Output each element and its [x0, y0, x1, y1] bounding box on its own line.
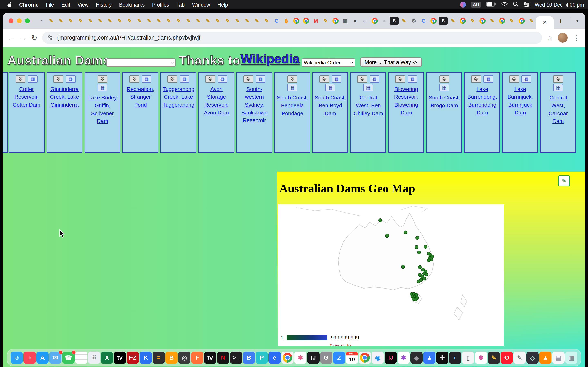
- tab-chrome-icon[interactable]: [429, 17, 438, 25]
- dam-link[interactable]: Avon Storage Reservoir, Avon Dam: [199, 85, 233, 117]
- dock-vlc-icon[interactable]: ▲: [539, 351, 552, 364]
- tab-pencil-icon[interactable]: ✎: [488, 17, 497, 25]
- video-thumbnail-icon[interactable]: ✇: [509, 75, 519, 83]
- close-tab-icon[interactable]: ✕: [543, 20, 547, 25]
- tab-clock-icon[interactable]: ◔: [37, 17, 46, 25]
- dock-apple-tv-icon[interactable]: tv: [204, 351, 216, 364]
- dock-messages-icon[interactable]: ☎: [62, 351, 75, 364]
- dock-firefox-icon[interactable]: F: [191, 351, 203, 364]
- menu-history[interactable]: History: [92, 2, 116, 8]
- tab-pencil-icon[interactable]: ✎: [135, 17, 144, 25]
- dock-netflix-icon[interactable]: N: [217, 351, 229, 364]
- dam-marker[interactable]: [415, 245, 418, 249]
- photo-thumbnail-icon[interactable]: ▦: [66, 75, 76, 83]
- dam-marker[interactable]: [417, 251, 421, 254]
- tab-wrench-icon[interactable]: ⚙: [410, 17, 418, 25]
- menu-bookmarks[interactable]: Bookmarks: [115, 2, 148, 8]
- browser-menu-icon[interactable]: ⋮: [572, 34, 580, 42]
- photo-thumbnail-icon[interactable]: ▦: [256, 75, 265, 83]
- dam-link[interactable]: Central West, Carcoar Dam: [541, 94, 575, 125]
- dock-fan-app-icon[interactable]: ✚: [436, 351, 448, 364]
- photo-thumbnail-icon[interactable]: ▦: [325, 84, 335, 91]
- tab-pencil-icon[interactable]: ✎: [174, 17, 183, 25]
- tab-chrome-icon[interactable]: [478, 17, 487, 25]
- photo-thumbnail-icon[interactable]: ▦: [332, 75, 341, 83]
- video-thumbnail-icon[interactable]: ✇: [319, 75, 329, 83]
- wifi-icon[interactable]: [501, 2, 508, 8]
- tab-pencil-icon[interactable]: ✎: [116, 17, 124, 25]
- tab-dotted-icon[interactable]: ◌: [361, 17, 369, 25]
- dock-tv-icon[interactable]: tv: [114, 351, 126, 364]
- photo-thumbnail-icon[interactable]: ▦: [180, 75, 190, 83]
- dock-pycharm-icon[interactable]: P: [256, 351, 268, 364]
- dam-link[interactable]: Recreation, Stranger Pond: [123, 85, 158, 109]
- tab-chrome-icon[interactable]: [292, 17, 301, 25]
- photo-thumbnail-icon[interactable]: ▦: [98, 84, 107, 91]
- menu-edit[interactable]: Edit: [58, 2, 74, 8]
- menu-clock[interactable]: Wed 10 Dec 4:00 pm: [535, 2, 584, 8]
- dam-marker[interactable]: [404, 231, 407, 234]
- dam-link[interactable]: Central West, Ben Chifley Dam: [351, 94, 385, 117]
- tab-pencil-icon[interactable]: ✎: [47, 17, 56, 25]
- tab-pencil-icon[interactable]: ✎: [96, 17, 104, 25]
- tab-pencil-icon[interactable]: ✎: [253, 17, 261, 25]
- tab-pencil-icon[interactable]: ✎: [508, 17, 516, 25]
- dam-marker[interactable]: [414, 298, 417, 301]
- dock-music-icon[interactable]: ♪: [24, 351, 36, 364]
- dam-link[interactable]: South-western Sydney, Bankstown Reservoi…: [237, 85, 272, 124]
- tab-pencil-icon[interactable]: ✎: [321, 17, 330, 25]
- photo-thumbnail-icon[interactable]: ▦: [521, 75, 531, 83]
- profile-avatar[interactable]: [558, 33, 568, 43]
- dock-documents-icon[interactable]: ▤: [552, 351, 564, 364]
- dock-filezilla-icon[interactable]: FZ: [127, 351, 139, 364]
- menu-chrome[interactable]: Chrome: [16, 2, 42, 8]
- tab-pencil-icon[interactable]: ✎: [155, 17, 163, 25]
- dam-link[interactable]: Lake Burrinjuck, Burrinjuck Dam: [503, 85, 537, 117]
- video-thumbnail-icon[interactable]: ✇: [357, 75, 367, 83]
- spotlight-search-icon[interactable]: [513, 1, 518, 8]
- tab-pencil-icon[interactable]: ✎: [67, 17, 75, 25]
- tab-pencil-icon[interactable]: ✎: [57, 17, 65, 25]
- tab-pencil-icon[interactable]: ✎: [194, 17, 203, 25]
- dam-marker[interactable]: [416, 236, 419, 239]
- video-thumbnail-icon[interactable]: ✇: [287, 75, 297, 83]
- photo-thumbnail-icon[interactable]: ▦: [484, 75, 493, 83]
- dock-blue-dev-icon[interactable]: ▲: [423, 351, 435, 364]
- photo-thumbnail-icon[interactable]: ▦: [287, 84, 297, 91]
- dock-safari-icon[interactable]: ◉: [372, 351, 384, 364]
- forward-button[interactable]: →: [20, 34, 26, 42]
- dock-books-icon[interactable]: B: [165, 351, 178, 364]
- notes-icon[interactable]: ✎: [558, 175, 570, 186]
- dock-chrome-beta-icon[interactable]: [359, 351, 371, 364]
- tab-pencil-icon[interactable]: ✎: [243, 17, 251, 25]
- tab-chrome-icon[interactable]: [517, 17, 526, 25]
- video-thumbnail-icon[interactable]: ✇: [53, 75, 63, 83]
- minimize-window-button[interactable]: [17, 18, 22, 23]
- dock-spotlight-app-icon[interactable]: ◎: [178, 351, 190, 364]
- tab-s-icon[interactable]: S: [439, 17, 448, 25]
- map-attribution-link[interactable]: Terms of Use: [329, 343, 352, 346]
- dock-intellij-icon[interactable]: IJ: [307, 351, 320, 364]
- tab-google-icon[interactable]: G: [419, 17, 428, 25]
- tab-camera-icon[interactable]: ▣: [341, 17, 350, 25]
- dam-link[interactable]: Lake Burley Griffin, Scrivener Dam: [85, 94, 120, 125]
- menu-view[interactable]: View: [74, 2, 92, 8]
- dock-zoom-icon[interactable]: Z: [333, 351, 345, 364]
- menu-file[interactable]: File: [42, 2, 58, 8]
- tab-s-icon[interactable]: S: [390, 17, 398, 25]
- dam-link[interactable]: South Coast, Bendeela Pondage: [275, 94, 310, 117]
- tab-pencil-icon[interactable]: ✎: [164, 17, 173, 25]
- tab-pencil-icon[interactable]: ✎: [145, 17, 154, 25]
- dock-bbedit-icon[interactable]: B: [243, 351, 255, 364]
- video-thumbnail-icon[interactable]: ✇: [167, 75, 177, 83]
- dam-link[interactable]: Ginninderra Creek, Lake Ginninderra: [47, 85, 82, 109]
- dock-opera-icon[interactable]: O: [501, 351, 513, 364]
- dam-link[interactable]: Tuggeranong Creek, Lake Tuggeranong: [161, 85, 196, 109]
- photo-thumbnail-icon[interactable]: ▦: [142, 75, 151, 83]
- tab-pencil-icon[interactable]: ✎: [400, 17, 408, 25]
- photo-thumbnail-icon[interactable]: ▦: [407, 75, 417, 83]
- tab-pencil-icon[interactable]: ✎: [263, 17, 271, 25]
- video-thumbnail-icon[interactable]: ✇: [553, 75, 563, 83]
- dock-calculator-icon[interactable]: =: [153, 351, 165, 364]
- tab-pencil-icon[interactable]: ✎: [233, 17, 242, 25]
